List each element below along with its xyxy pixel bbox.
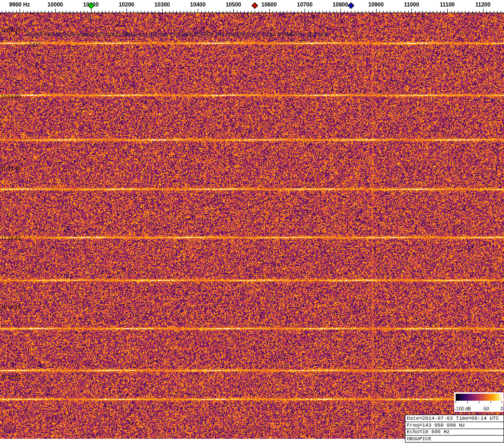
ruler-tick-minor <box>312 11 312 13</box>
ruler-tick-major <box>91 9 92 13</box>
ruler-tick-minor <box>255 11 255 13</box>
ruler-tick-minor <box>102 11 102 13</box>
ruler-tick-minor <box>465 11 465 13</box>
ruler-tick-minor <box>379 11 380 13</box>
ruler-tick-minor <box>387 11 387 13</box>
time-label-11-14-15: 11:14:15 <box>1 27 20 33</box>
ruler-label-10600: 10600 <box>261 1 277 8</box>
ruler-tick-minor <box>237 11 238 13</box>
ruler-tick-major <box>376 9 377 13</box>
ruler-tick-minor <box>2 11 2 13</box>
ruler-tick-minor <box>70 11 70 13</box>
ruler-tick-minor <box>123 11 123 13</box>
ruler-tick-minor <box>191 11 191 13</box>
info-echo-frequency: Echo=10 600 Hz <box>405 429 504 436</box>
ruler-tick-minor <box>173 11 173 13</box>
frequency-ruler: 9900 Hz100001010010200103001040010500106… <box>0 0 504 13</box>
ruler-tick-minor <box>34 11 34 13</box>
freq-marker-red[interactable] <box>252 2 258 9</box>
ruler-label-11000: 11000 <box>404 1 419 8</box>
ruler-tick-minor <box>326 11 326 13</box>
ruler-tick-minor <box>490 11 491 13</box>
ruler-tick-minor <box>6 11 6 13</box>
ruler-tick-major <box>55 9 56 13</box>
ruler-tick-minor <box>30 11 31 13</box>
ruler-tick-minor <box>358 11 358 13</box>
ruler-tick-minor <box>494 11 494 13</box>
colorbar-label-min: -100 dB <box>455 406 471 411</box>
time-label-11-13-45: 11:13:45 <box>1 165 20 171</box>
ruler-tick-minor <box>422 11 423 13</box>
ruler-tick-minor <box>390 11 391 13</box>
time-label-11-14-00: 11:14:00 <box>1 94 20 99</box>
ruler-tick-minor <box>48 11 49 13</box>
colorbar-tick <box>456 401 456 403</box>
ruler-tick-minor <box>308 11 309 13</box>
ruler-tick-minor <box>184 11 184 13</box>
ruler-tick-minor <box>347 11 348 13</box>
ruler-tick-major <box>269 9 270 13</box>
ruler-tick-minor <box>259 11 259 13</box>
ruler-tick-minor <box>141 11 141 13</box>
ruler-tick-minor <box>223 11 223 13</box>
ruler-tick-minor <box>94 11 95 13</box>
ruler-tick-minor <box>194 11 195 13</box>
ruler-label-10700: 10700 <box>297 1 312 8</box>
ruler-tick-minor <box>301 11 302 13</box>
ruler-tick-minor <box>112 11 113 13</box>
ruler-tick-minor <box>351 11 351 13</box>
ruler-tick-minor <box>180 11 180 13</box>
ruler-tick-minor <box>133 11 134 13</box>
ruler-tick-minor <box>201 11 202 13</box>
ruler-tick-minor <box>248 11 248 13</box>
ruler-tick-minor <box>73 11 73 13</box>
ruler-tick-major <box>447 9 448 13</box>
colorbar-gradient <box>456 394 502 401</box>
ruler-tick-minor <box>280 11 280 13</box>
ruler-tick-minor <box>38 11 38 13</box>
ruler-tick-minor <box>251 11 252 13</box>
ruler-tick-minor <box>501 11 501 13</box>
ruler-tick-minor <box>27 11 27 13</box>
ruler-tick-major <box>126 9 127 13</box>
freq-marker-blue[interactable] <box>348 2 354 9</box>
ruler-tick-minor <box>430 11 430 13</box>
ruler-tick-minor <box>276 11 277 13</box>
ruler-tick-minor <box>454 11 455 13</box>
ruler-tick-minor <box>283 11 284 13</box>
ruler-tick-minor <box>98 11 99 13</box>
ruler-tick-major <box>233 9 234 13</box>
time-label-11-13-30: 11:13:30 <box>1 235 20 241</box>
ruler-tick-minor <box>469 11 469 13</box>
ruler-tick-minor <box>216 11 216 13</box>
ruler-tick-minor <box>208 11 209 13</box>
spectrogram-area: 11:14:1511:14:0011:13:4511:13:3011:13:15… <box>0 13 504 439</box>
detection-annotation: 20140703091410476 hCnt8 nb-79 f10607 hit… <box>27 32 327 37</box>
ruler-label-10900: 10900 <box>368 1 384 8</box>
detection-annotation-partial: 1410 <box>29 42 40 47</box>
ruler-tick-minor <box>408 11 409 13</box>
ruler-tick-minor <box>212 11 212 13</box>
ruler-tick-minor <box>372 11 373 13</box>
ruler-tick-minor <box>337 11 337 13</box>
ruler-tick-minor <box>119 11 120 13</box>
ruler-tick-minor <box>109 11 109 13</box>
ruler-tick-minor <box>298 11 298 13</box>
ruler-tick-major <box>20 9 20 13</box>
ruler-tick-minor <box>240 11 241 13</box>
ruler-label-10200: 10200 <box>119 1 134 8</box>
ruler-tick-minor <box>80 11 81 13</box>
ruler-tick-minor <box>66 11 66 13</box>
info-frequency: Freq=143 050 000 Hz <box>405 422 504 429</box>
ruler-label-11100: 11100 <box>440 1 455 8</box>
ruler-tick-minor <box>294 11 294 13</box>
ruler-label-10000: 10000 <box>47 1 63 8</box>
ruler-tick-major <box>162 9 163 13</box>
info-station-name: OBSUPICE <box>405 435 504 442</box>
ruler-tick-minor <box>262 11 262 13</box>
ruler-tick-major <box>305 9 305 13</box>
ruler-tick-minor <box>155 11 155 13</box>
ruler-tick-minor <box>451 11 451 13</box>
ruler-tick-minor <box>330 11 330 13</box>
ruler-tick-minor <box>344 11 345 13</box>
